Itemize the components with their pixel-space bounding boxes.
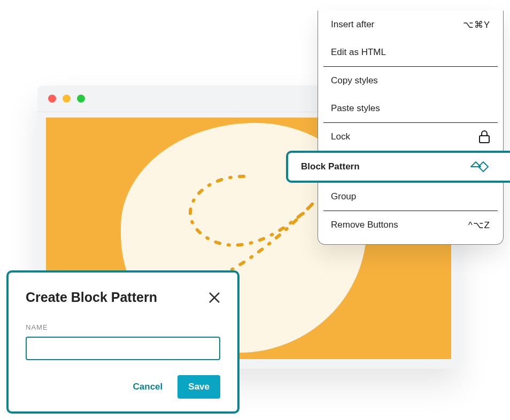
dialog-title: Create Block Pattern xyxy=(26,290,157,305)
menu-item-label: Copy styles xyxy=(331,75,378,86)
minimize-window-button[interactable] xyxy=(63,95,71,103)
dialog-header: Create Block Pattern xyxy=(26,290,220,305)
close-window-button[interactable] xyxy=(48,95,56,103)
menu-item-label: Block Pattern xyxy=(301,161,360,172)
zoom-window-button[interactable] xyxy=(77,95,85,103)
name-input[interactable] xyxy=(26,337,220,360)
menu-item-label: Remove Buttons xyxy=(331,220,398,230)
name-field-label: NAME xyxy=(26,323,220,331)
menu-item-shortcut: ⌥⌘Y xyxy=(463,19,490,30)
menu-item-paste-styles[interactable]: Paste styles xyxy=(318,95,503,122)
cancel-button[interactable]: Cancel xyxy=(133,382,163,392)
menu-item-copy-styles[interactable]: Copy styles xyxy=(318,67,503,95)
close-icon[interactable] xyxy=(208,292,220,304)
menu-item-remove-buttons[interactable]: Remove Buttons ^⌥Z xyxy=(318,211,503,239)
menu-item-label: Edit as HTML xyxy=(331,47,386,58)
menu-item-shortcut: ^⌥Z xyxy=(468,220,490,231)
menu-item-block-pattern[interactable]: Block Pattern xyxy=(286,151,510,183)
menu-item-label: Insert after xyxy=(331,19,374,30)
create-block-pattern-dialog: Create Block Pattern NAME Cancel Save xyxy=(6,270,239,414)
block-pattern-icon xyxy=(470,161,489,173)
menu-item-label: Paste styles xyxy=(331,103,380,114)
menu-item-label: Lock xyxy=(331,131,350,142)
menu-item-edit-html[interactable]: Edit as HTML xyxy=(318,38,503,66)
menu-item-insert-after[interactable]: Insert after ⌥⌘Y xyxy=(318,11,503,38)
menu-item-label: Group xyxy=(331,191,356,202)
block-context-menu: Insert after ⌥⌘Y Edit as HTML Copy style… xyxy=(318,11,504,245)
svg-rect-1 xyxy=(480,136,489,143)
menu-item-lock[interactable]: Lock xyxy=(318,123,503,151)
save-button[interactable]: Save xyxy=(177,375,220,399)
menu-item-group[interactable]: Group xyxy=(318,183,503,211)
dialog-actions: Cancel Save xyxy=(26,375,220,399)
lock-icon xyxy=(478,130,490,144)
